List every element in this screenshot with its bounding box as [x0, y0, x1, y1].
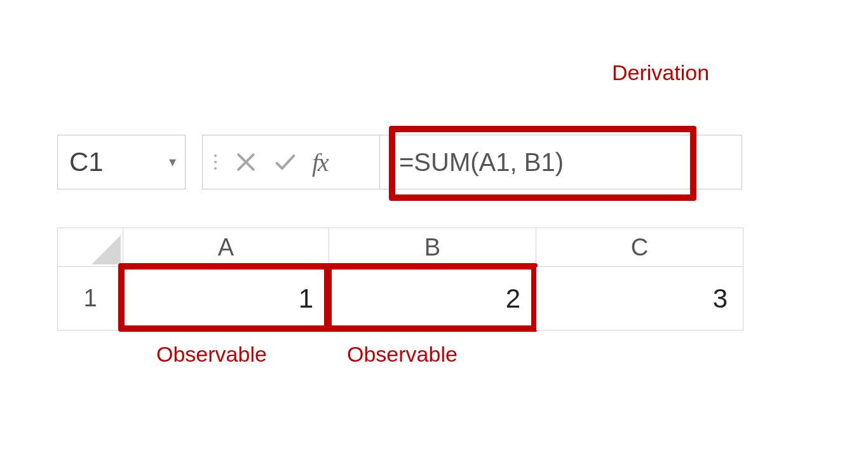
spreadsheet-grid: A B C 1 1 2 3 [57, 228, 743, 331]
row-header-1[interactable]: 1 [57, 267, 123, 331]
name-box-value: C1 [69, 147, 169, 177]
cell-a1[interactable]: 1 [123, 267, 329, 331]
cell-c1-value: 3 [713, 283, 728, 314]
cell-b1-value: 2 [506, 283, 520, 314]
column-header-b[interactable]: B [329, 228, 536, 267]
formula-bar: C1 ▾ fx =SUM(A1, B1) [57, 135, 742, 189]
cancel-icon[interactable] [233, 149, 259, 175]
column-header-a[interactable]: A [123, 228, 329, 267]
annotation-observable-b: Observable [347, 342, 458, 367]
select-all-corner[interactable] [57, 228, 123, 267]
cell-b1[interactable]: 2 [329, 267, 536, 331]
fx-icon[interactable]: fx [312, 147, 328, 177]
annotation-derivation: Derivation [612, 60, 709, 85]
chevron-down-icon[interactable]: ▾ [169, 154, 176, 170]
column-header-c[interactable]: C [536, 228, 743, 267]
cell-a1-value: 1 [299, 283, 313, 314]
annotation-observable-a: Observable [156, 342, 267, 367]
corner-triangle-icon [92, 235, 121, 264]
formula-bar-buttons: fx [202, 135, 380, 189]
grip-dots-icon [214, 154, 217, 170]
name-box[interactable]: C1 ▾ [57, 135, 186, 189]
enter-check-icon[interactable] [273, 149, 298, 175]
cell-c1[interactable]: 3 [536, 267, 743, 331]
formula-input[interactable]: =SUM(A1, B1) [380, 135, 742, 189]
